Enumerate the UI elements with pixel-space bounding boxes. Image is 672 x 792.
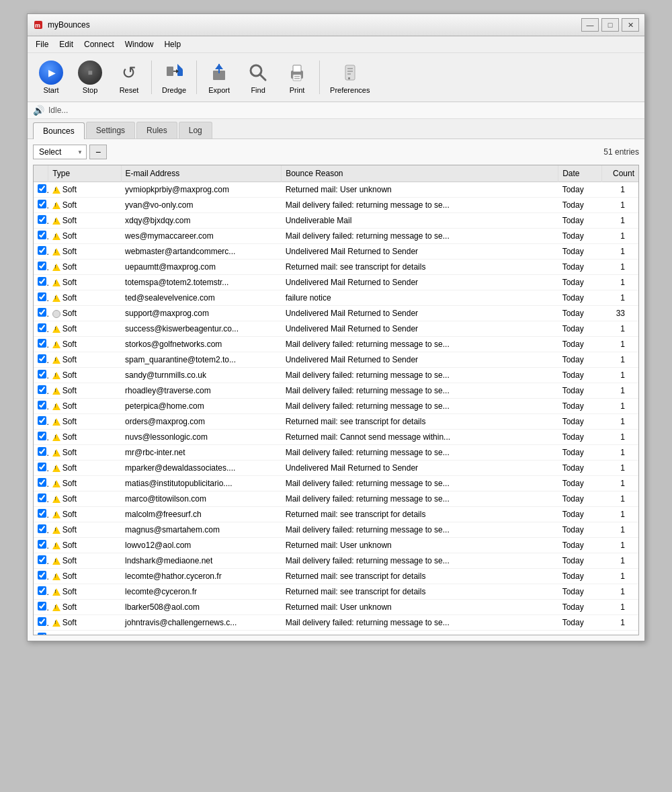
row-checkbox[interactable]: [38, 246, 46, 255]
remove-button[interactable]: −: [89, 145, 107, 159]
row-type-text: Soft: [62, 309, 77, 318]
tab-log[interactable]: Log: [179, 122, 212, 138]
row-checkbox-cell[interactable]: [34, 522, 48, 538]
row-checkbox-cell[interactable]: [34, 600, 48, 615]
row-email: storkos@golfnetworks.com: [121, 337, 282, 352]
row-checkbox[interactable]: [38, 633, 46, 635]
row-checkbox[interactable]: [38, 447, 46, 456]
row-checkbox[interactable]: [38, 401, 46, 409]
row-checkbox-cell[interactable]: [34, 507, 48, 522]
row-checkbox-cell[interactable]: [34, 553, 48, 569]
col-email-header[interactable]: E-mail Address: [121, 165, 282, 182]
menu-help[interactable]: Help: [159, 38, 186, 51]
maximize-button[interactable]: □: [601, 18, 619, 32]
row-checkbox[interactable]: [38, 339, 46, 348]
tab-bounces[interactable]: Bounces: [33, 122, 85, 139]
row-checkbox-cell[interactable]: [34, 182, 48, 198]
row-checkbox-cell[interactable]: [34, 290, 48, 306]
row-checkbox[interactable]: [38, 432, 46, 440]
stop-button[interactable]: Stop: [72, 57, 108, 97]
preferences-button[interactable]: Preferences: [324, 57, 376, 97]
menu-edit[interactable]: Edit: [54, 38, 79, 51]
print-button[interactable]: Print: [279, 57, 315, 97]
table-row: ! Softyvan@vo-only.comMail delivery fail…: [34, 198, 638, 213]
export-button[interactable]: Export: [201, 57, 237, 97]
col-date-header[interactable]: Date: [558, 165, 602, 182]
start-button[interactable]: Start: [33, 57, 69, 97]
minimize-button[interactable]: —: [581, 18, 599, 32]
row-checkbox[interactable]: [38, 555, 46, 564]
svg-rect-13: [293, 65, 301, 72]
row-checkbox[interactable]: [38, 571, 46, 580]
row-checkbox-cell[interactable]: [34, 631, 48, 636]
row-checkbox-cell[interactable]: [34, 414, 48, 430]
row-checkbox[interactable]: [38, 292, 46, 301]
row-checkbox-cell[interactable]: [34, 445, 48, 461]
find-button[interactable]: Find: [240, 57, 276, 97]
table-row: ! Softspam_quarantine@totem2.to...Undeli…: [34, 352, 638, 368]
row-checkbox-cell[interactable]: [34, 229, 48, 244]
row-checkbox[interactable]: [38, 323, 46, 332]
row-checkbox-cell[interactable]: [34, 399, 48, 414]
tab-settings[interactable]: Settings: [86, 122, 135, 138]
row-checkbox-cell[interactable]: [34, 213, 48, 229]
row-checkbox[interactable]: [38, 215, 46, 224]
menu-connect[interactable]: Connect: [79, 38, 120, 51]
row-checkbox-cell[interactable]: [34, 321, 48, 337]
table-row: ! Softlndshark@mediaone.netMail delivery…: [34, 553, 638, 569]
toolbar-sep-2: [196, 61, 197, 94]
row-checkbox-cell[interactable]: [34, 275, 48, 290]
row-checkbox[interactable]: [38, 200, 46, 208]
row-checkbox-cell[interactable]: [34, 538, 48, 553]
row-checkbox[interactable]: [38, 385, 46, 394]
row-checkbox-cell[interactable]: [34, 584, 48, 600]
row-checkbox[interactable]: [38, 262, 46, 270]
row-checkbox[interactable]: [38, 478, 46, 487]
row-checkbox-cell[interactable]: [34, 368, 48, 383]
col-reason-header[interactable]: Bounce Reason: [282, 165, 558, 182]
row-checkbox[interactable]: [38, 509, 46, 518]
row-checkbox-cell[interactable]: [34, 198, 48, 213]
row-checkbox-cell[interactable]: [34, 383, 48, 399]
row-checkbox-cell[interactable]: [34, 461, 48, 476]
row-checkbox[interactable]: [38, 370, 46, 379]
select-dropdown[interactable]: Select All None Invert: [33, 145, 87, 159]
table-row: ! Softwes@mymaccareer.comMail delivery f…: [34, 229, 638, 244]
reset-button[interactable]: ↺ Reset: [111, 57, 147, 97]
menu-file[interactable]: File: [30, 38, 54, 51]
row-checkbox-cell[interactable]: [34, 430, 48, 445]
row-checkbox[interactable]: [38, 184, 46, 193]
row-checkbox-cell[interactable]: [34, 352, 48, 368]
col-count-header[interactable]: Count: [602, 165, 638, 182]
row-checkbox-cell[interactable]: [34, 491, 48, 507]
col-type-header[interactable]: Type: [48, 165, 121, 182]
dredge-button[interactable]: Dredge: [156, 57, 192, 97]
stop-icon: [78, 61, 102, 85]
row-checkbox-cell[interactable]: [34, 337, 48, 352]
row-checkbox[interactable]: [38, 463, 46, 471]
row-checkbox[interactable]: [38, 416, 46, 425]
row-checkbox[interactable]: [38, 231, 46, 239]
row-checkbox-cell[interactable]: [34, 306, 48, 321]
bounces-table-container[interactable]: Type E-mail Address Bounce Reason Date C…: [33, 165, 639, 635]
row-checkbox-cell[interactable]: [34, 260, 48, 275]
row-type-text: Soft: [62, 448, 77, 457]
row-checkbox[interactable]: [38, 354, 46, 363]
row-checkbox[interactable]: [38, 602, 46, 610]
row-checkbox[interactable]: [38, 308, 46, 317]
row-checkbox[interactable]: [38, 493, 46, 502]
row-type-text: Soft: [62, 324, 77, 333]
row-checkbox[interactable]: [38, 277, 46, 286]
row-checkbox[interactable]: [38, 524, 46, 533]
row-checkbox-cell[interactable]: [34, 569, 48, 584]
row-checkbox-cell[interactable]: [34, 244, 48, 260]
row-checkbox-cell[interactable]: [34, 615, 48, 631]
dredge-icon: [162, 61, 186, 85]
row-checkbox[interactable]: [38, 540, 46, 549]
row-checkbox[interactable]: [38, 586, 46, 595]
row-checkbox[interactable]: [38, 617, 46, 626]
row-checkbox-cell[interactable]: [34, 476, 48, 491]
tab-rules[interactable]: Rules: [136, 122, 177, 138]
menu-window[interactable]: Window: [120, 38, 159, 51]
close-button[interactable]: ✕: [622, 18, 639, 32]
